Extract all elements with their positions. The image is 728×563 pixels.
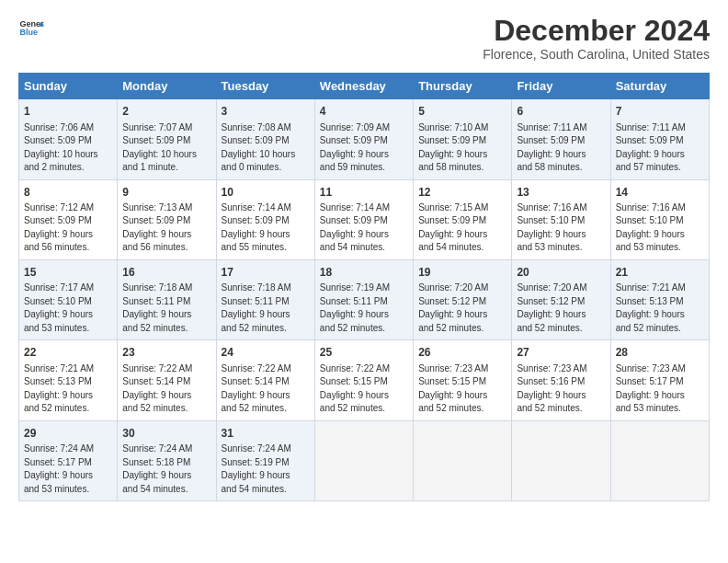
day-info-line: and 1 minute. bbox=[122, 161, 210, 175]
day-info-line: Daylight: 9 hours bbox=[122, 469, 210, 483]
day-info-line: and 54 minutes. bbox=[320, 241, 408, 255]
day-info-line: Daylight: 9 hours bbox=[320, 308, 408, 322]
day-info-line: Sunrise: 7:24 AM bbox=[24, 442, 112, 456]
day-info-line: Sunset: 5:15 PM bbox=[418, 375, 506, 389]
day-info-line: Daylight: 9 hours bbox=[616, 148, 704, 162]
calendar-week-row: 22Sunrise: 7:21 AMSunset: 5:13 PMDayligh… bbox=[19, 340, 710, 420]
day-info-line: and 53 minutes. bbox=[24, 483, 112, 497]
day-info-line: Daylight: 9 hours bbox=[24, 228, 112, 242]
day-number: 2 bbox=[122, 104, 210, 120]
weekday-header-cell: Wednesday bbox=[314, 74, 413, 99]
day-info-line: Sunrise: 7:11 AM bbox=[616, 121, 704, 135]
calendar-day-cell bbox=[414, 420, 512, 500]
day-info-line: and 52 minutes. bbox=[24, 402, 112, 416]
calendar-day-cell: 16Sunrise: 7:18 AMSunset: 5:11 PMDayligh… bbox=[118, 259, 216, 339]
day-info-line: Daylight: 9 hours bbox=[320, 148, 408, 162]
weekday-header-cell: Monday bbox=[118, 74, 216, 99]
day-info-line: and 54 minutes. bbox=[222, 483, 310, 497]
logo-icon: General Blue bbox=[18, 15, 44, 40]
day-info-line: Sunrise: 7:08 AM bbox=[222, 121, 310, 135]
day-number: 23 bbox=[122, 345, 210, 361]
day-info-line: and 52 minutes. bbox=[222, 322, 310, 336]
day-number: 16 bbox=[122, 265, 210, 281]
day-info-line: Sunset: 5:09 PM bbox=[320, 214, 408, 228]
calendar-day-cell: 10Sunrise: 7:14 AMSunset: 5:09 PMDayligh… bbox=[216, 179, 314, 259]
day-info-line: and 53 minutes. bbox=[517, 241, 605, 255]
day-info-line: and 52 minutes. bbox=[122, 402, 210, 416]
day-info-line: and 56 minutes. bbox=[122, 241, 210, 255]
day-info-line: Daylight: 9 hours bbox=[418, 148, 506, 162]
title-block: December 2024 Florence, South Carolina, … bbox=[483, 15, 710, 62]
day-info-line: and 53 minutes. bbox=[24, 322, 112, 336]
day-info-line: Sunrise: 7:09 AM bbox=[320, 121, 408, 135]
day-info-line: Sunset: 5:09 PM bbox=[24, 214, 112, 228]
day-info-line: Daylight: 9 hours bbox=[222, 469, 310, 483]
day-info-line: Sunset: 5:14 PM bbox=[222, 375, 310, 389]
day-info-line: Daylight: 9 hours bbox=[418, 228, 506, 242]
day-info-line: and 54 minutes. bbox=[122, 483, 210, 497]
day-info-line: Sunset: 5:13 PM bbox=[24, 375, 112, 389]
day-number: 7 bbox=[616, 104, 704, 120]
day-info-line: Daylight: 9 hours bbox=[222, 389, 310, 403]
day-info-line: Daylight: 9 hours bbox=[122, 228, 210, 242]
weekday-header-row: SundayMondayTuesdayWednesdayThursdayFrid… bbox=[19, 74, 710, 99]
day-info-line: Sunrise: 7:23 AM bbox=[418, 362, 506, 376]
day-info-line: Sunset: 5:09 PM bbox=[517, 134, 605, 148]
day-info-line: Sunset: 5:09 PM bbox=[122, 214, 210, 228]
day-info-line: Sunrise: 7:20 AM bbox=[418, 282, 506, 295]
calendar-day-cell: 20Sunrise: 7:20 AMSunset: 5:12 PMDayligh… bbox=[512, 259, 610, 339]
day-info-line: Sunset: 5:12 PM bbox=[418, 295, 506, 309]
day-info-line: Sunset: 5:14 PM bbox=[122, 375, 210, 389]
day-info-line: and 52 minutes. bbox=[616, 322, 704, 336]
day-info-line: Daylight: 9 hours bbox=[616, 228, 704, 242]
day-info-line: and 52 minutes. bbox=[122, 322, 210, 336]
day-info-line: Sunrise: 7:16 AM bbox=[517, 201, 605, 215]
day-number: 18 bbox=[320, 265, 408, 281]
day-info-line: Sunset: 5:16 PM bbox=[517, 375, 605, 389]
calendar-day-cell: 23Sunrise: 7:22 AMSunset: 5:14 PMDayligh… bbox=[118, 340, 216, 420]
day-info-line: and 52 minutes. bbox=[517, 402, 605, 416]
day-number: 31 bbox=[222, 426, 310, 442]
calendar-day-cell: 22Sunrise: 7:21 AMSunset: 5:13 PMDayligh… bbox=[19, 340, 118, 420]
page-header: General Blue December 2024 Florence, Sou… bbox=[18, 15, 710, 62]
calendar-day-cell: 19Sunrise: 7:20 AMSunset: 5:12 PMDayligh… bbox=[414, 259, 512, 339]
day-info-line: Daylight: 9 hours bbox=[517, 389, 605, 403]
day-number: 21 bbox=[616, 265, 704, 281]
day-info-line: Sunset: 5:09 PM bbox=[222, 214, 310, 228]
calendar-day-cell: 15Sunrise: 7:17 AMSunset: 5:10 PMDayligh… bbox=[19, 259, 118, 339]
day-info-line: Sunrise: 7:21 AM bbox=[616, 282, 704, 295]
calendar-day-cell bbox=[314, 420, 413, 500]
calendar-day-cell: 5Sunrise: 7:10 AMSunset: 5:09 PMDaylight… bbox=[414, 99, 512, 179]
day-info-line: Sunset: 5:18 PM bbox=[122, 456, 210, 470]
day-info-line: Sunrise: 7:11 AM bbox=[517, 121, 605, 135]
day-info-line: Sunset: 5:09 PM bbox=[24, 134, 112, 148]
day-number: 28 bbox=[616, 345, 704, 361]
day-info-line: and 52 minutes. bbox=[320, 402, 408, 416]
day-info-line: Sunrise: 7:06 AM bbox=[24, 121, 112, 135]
day-info-line: Daylight: 9 hours bbox=[517, 148, 605, 162]
day-number: 27 bbox=[517, 345, 605, 361]
calendar-day-cell: 14Sunrise: 7:16 AMSunset: 5:10 PMDayligh… bbox=[610, 179, 709, 259]
calendar-day-cell: 31Sunrise: 7:24 AMSunset: 5:19 PMDayligh… bbox=[216, 420, 314, 500]
day-info-line: Daylight: 9 hours bbox=[616, 389, 704, 403]
day-info-line: and 53 minutes. bbox=[616, 241, 704, 255]
day-number: 4 bbox=[320, 104, 408, 120]
calendar-body: 1Sunrise: 7:06 AMSunset: 5:09 PMDaylight… bbox=[19, 99, 710, 501]
calendar-day-cell bbox=[512, 420, 610, 500]
calendar-week-row: 8Sunrise: 7:12 AMSunset: 5:09 PMDaylight… bbox=[19, 179, 710, 259]
day-number: 25 bbox=[320, 345, 408, 361]
day-info-line: Sunset: 5:09 PM bbox=[616, 134, 704, 148]
day-number: 26 bbox=[418, 345, 506, 361]
day-info-line: Sunrise: 7:07 AM bbox=[122, 121, 210, 135]
day-info-line: Sunset: 5:15 PM bbox=[320, 375, 408, 389]
day-number: 9 bbox=[122, 185, 210, 201]
day-info-line: Sunrise: 7:15 AM bbox=[418, 201, 506, 215]
day-info-line: Sunset: 5:10 PM bbox=[616, 214, 704, 228]
day-info-line: Sunset: 5:09 PM bbox=[320, 134, 408, 148]
day-number: 20 bbox=[517, 265, 605, 281]
calendar-day-cell: 26Sunrise: 7:23 AMSunset: 5:15 PMDayligh… bbox=[414, 340, 512, 420]
day-info-line: and 52 minutes. bbox=[517, 322, 605, 336]
calendar-day-cell: 7Sunrise: 7:11 AMSunset: 5:09 PMDaylight… bbox=[610, 99, 709, 179]
day-info-line: Sunrise: 7:14 AM bbox=[320, 201, 408, 215]
day-info-line: Sunrise: 7:23 AM bbox=[517, 362, 605, 376]
